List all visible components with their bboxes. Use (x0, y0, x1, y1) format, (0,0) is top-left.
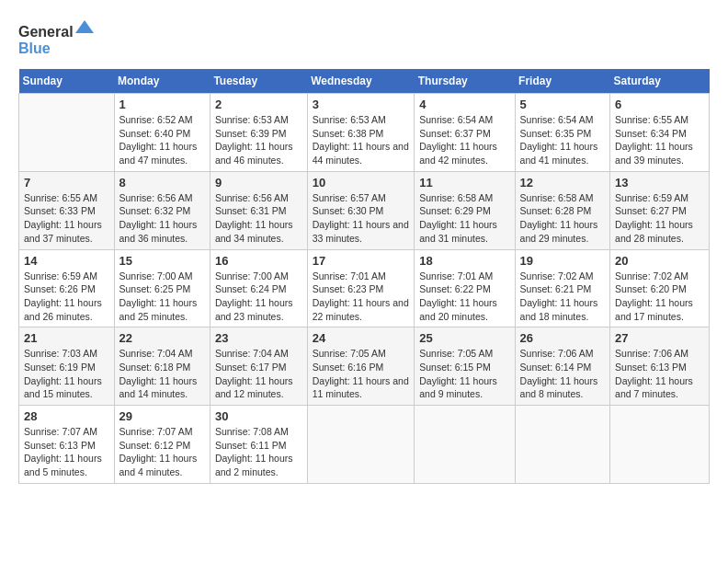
calendar-cell: 5Sunrise: 6:54 AMSunset: 6:35 PMDaylight… (515, 94, 610, 172)
calendar-cell: 7Sunrise: 6:55 AMSunset: 6:33 PMDaylight… (19, 171, 115, 249)
calendar-cell: 16Sunrise: 7:00 AMSunset: 6:24 PMDayligh… (210, 249, 307, 327)
calendar-cell: 4Sunrise: 6:54 AMSunset: 6:37 PMDaylight… (415, 94, 515, 172)
svg-marker-1 (75, 20, 94, 33)
calendar-cell (515, 406, 610, 484)
calendar-cell: 18Sunrise: 7:01 AMSunset: 6:22 PMDayligh… (415, 249, 515, 327)
calendar-cell (19, 94, 115, 172)
day-info: Sunrise: 7:04 AMSunset: 6:17 PMDaylight:… (215, 347, 302, 401)
calendar-cell: 15Sunrise: 7:00 AMSunset: 6:25 PMDayligh… (114, 249, 210, 327)
calendar-cell: 26Sunrise: 7:06 AMSunset: 6:14 PMDayligh… (515, 327, 610, 406)
col-header-sunday: Sunday (19, 69, 115, 94)
calendar-cell: 29Sunrise: 7:07 AMSunset: 6:12 PMDayligh… (114, 406, 210, 484)
calendar-cell: 30Sunrise: 7:08 AMSunset: 6:11 PMDayligh… (210, 406, 307, 484)
calendar-cell: 23Sunrise: 7:04 AMSunset: 6:17 PMDayligh… (210, 327, 307, 406)
day-info: Sunrise: 7:05 AMSunset: 6:15 PMDaylight:… (419, 347, 509, 401)
day-info: Sunrise: 7:07 AMSunset: 6:12 PMDaylight:… (119, 425, 205, 479)
logo-svg: General Blue (18, 18, 110, 60)
day-number: 17 (313, 254, 410, 268)
day-info: Sunrise: 6:57 AMSunset: 6:30 PMDaylight:… (313, 191, 410, 246)
day-info: Sunrise: 7:03 AMSunset: 6:19 PMDaylight:… (24, 347, 109, 401)
day-info: Sunrise: 7:05 AMSunset: 6:16 PMDaylight:… (313, 347, 410, 401)
day-number: 19 (520, 254, 606, 268)
col-header-wednesday: Wednesday (307, 69, 415, 94)
day-number: 15 (119, 254, 205, 268)
day-number: 4 (419, 98, 509, 111)
day-number: 28 (24, 409, 109, 423)
calendar-cell: 2Sunrise: 6:53 AMSunset: 6:39 PMDaylight… (210, 94, 307, 172)
day-number: 8 (119, 176, 205, 190)
day-info: Sunrise: 6:58 AMSunset: 6:29 PMDaylight:… (419, 191, 509, 246)
calendar-cell: 25Sunrise: 7:05 AMSunset: 6:15 PMDayligh… (415, 327, 515, 406)
day-number: 20 (615, 254, 704, 268)
calendar-cell: 8Sunrise: 6:56 AMSunset: 6:32 PMDaylight… (114, 171, 210, 249)
day-number: 13 (615, 176, 704, 190)
page-header: General Blue (18, 18, 710, 60)
calendar-cell: 10Sunrise: 6:57 AMSunset: 6:30 PMDayligh… (307, 171, 415, 249)
day-number: 7 (24, 176, 109, 190)
day-number: 6 (615, 98, 704, 111)
week-row-1: 1Sunrise: 6:52 AMSunset: 6:40 PMDaylight… (19, 94, 710, 172)
calendar-cell: 13Sunrise: 6:59 AMSunset: 6:27 PMDayligh… (610, 171, 710, 249)
svg-text:Blue: Blue (18, 40, 51, 56)
day-number: 3 (313, 98, 410, 111)
day-info: Sunrise: 7:04 AMSunset: 6:18 PMDaylight:… (119, 347, 205, 401)
day-info: Sunrise: 6:56 AMSunset: 6:32 PMDaylight:… (119, 191, 205, 246)
day-number: 16 (215, 254, 302, 268)
day-info: Sunrise: 7:06 AMSunset: 6:14 PMDaylight:… (520, 347, 606, 401)
day-info: Sunrise: 7:01 AMSunset: 6:22 PMDaylight:… (419, 270, 509, 324)
day-number: 12 (520, 176, 606, 190)
calendar-cell (415, 406, 515, 484)
calendar-cell: 22Sunrise: 7:04 AMSunset: 6:18 PMDayligh… (114, 327, 210, 406)
day-info: Sunrise: 7:02 AMSunset: 6:21 PMDaylight:… (520, 270, 606, 324)
day-number: 24 (313, 331, 410, 345)
day-number: 22 (119, 331, 205, 345)
day-info: Sunrise: 6:53 AMSunset: 6:38 PMDaylight:… (313, 113, 410, 167)
day-info: Sunrise: 6:58 AMSunset: 6:28 PMDaylight:… (520, 191, 606, 246)
week-row-5: 28Sunrise: 7:07 AMSunset: 6:13 PMDayligh… (19, 406, 710, 484)
col-header-monday: Monday (114, 69, 210, 94)
day-number: 26 (520, 331, 606, 345)
calendar-cell: 24Sunrise: 7:05 AMSunset: 6:16 PMDayligh… (307, 327, 415, 406)
day-number: 10 (313, 176, 410, 190)
day-number: 9 (215, 176, 302, 190)
day-info: Sunrise: 7:02 AMSunset: 6:20 PMDaylight:… (615, 270, 704, 324)
week-row-3: 14Sunrise: 6:59 AMSunset: 6:26 PMDayligh… (19, 249, 710, 327)
day-info: Sunrise: 6:56 AMSunset: 6:31 PMDaylight:… (215, 191, 302, 246)
calendar-cell (610, 406, 710, 484)
calendar-cell: 20Sunrise: 7:02 AMSunset: 6:20 PMDayligh… (610, 249, 710, 327)
day-info: Sunrise: 6:54 AMSunset: 6:35 PMDaylight:… (520, 113, 606, 167)
calendar-cell: 3Sunrise: 6:53 AMSunset: 6:38 PMDaylight… (307, 94, 415, 172)
day-number: 11 (419, 176, 509, 190)
day-info: Sunrise: 7:00 AMSunset: 6:24 PMDaylight:… (215, 270, 302, 324)
day-info: Sunrise: 6:52 AMSunset: 6:40 PMDaylight:… (119, 113, 205, 167)
header-row: SundayMondayTuesdayWednesdayThursdayFrid… (19, 69, 710, 94)
day-info: Sunrise: 6:59 AMSunset: 6:27 PMDaylight:… (615, 191, 704, 246)
calendar-cell: 6Sunrise: 6:55 AMSunset: 6:34 PMDaylight… (610, 94, 710, 172)
day-number: 25 (419, 331, 509, 345)
calendar-cell: 9Sunrise: 6:56 AMSunset: 6:31 PMDaylight… (210, 171, 307, 249)
day-number: 27 (615, 331, 704, 345)
col-header-saturday: Saturday (610, 69, 710, 94)
day-number: 23 (215, 331, 302, 345)
day-info: Sunrise: 7:01 AMSunset: 6:23 PMDaylight:… (313, 270, 410, 324)
calendar-cell: 1Sunrise: 6:52 AMSunset: 6:40 PMDaylight… (114, 94, 210, 172)
week-row-4: 21Sunrise: 7:03 AMSunset: 6:19 PMDayligh… (19, 327, 710, 406)
calendar-cell: 17Sunrise: 7:01 AMSunset: 6:23 PMDayligh… (307, 249, 415, 327)
logo: General Blue (18, 18, 110, 60)
day-info: Sunrise: 6:54 AMSunset: 6:37 PMDaylight:… (419, 113, 509, 167)
calendar-cell (307, 406, 415, 484)
calendar-cell: 11Sunrise: 6:58 AMSunset: 6:29 PMDayligh… (415, 171, 515, 249)
day-number: 18 (419, 254, 509, 268)
day-number: 14 (24, 254, 109, 268)
day-number: 1 (119, 98, 205, 111)
day-info: Sunrise: 7:08 AMSunset: 6:11 PMDaylight:… (215, 425, 302, 479)
calendar-cell: 19Sunrise: 7:02 AMSunset: 6:21 PMDayligh… (515, 249, 610, 327)
day-number: 2 (215, 98, 302, 111)
day-info: Sunrise: 6:59 AMSunset: 6:26 PMDaylight:… (24, 270, 109, 324)
col-header-friday: Friday (515, 69, 610, 94)
day-info: Sunrise: 7:06 AMSunset: 6:13 PMDaylight:… (615, 347, 704, 401)
day-number: 5 (520, 98, 606, 111)
day-info: Sunrise: 6:53 AMSunset: 6:39 PMDaylight:… (215, 113, 302, 167)
svg-text:General: General (18, 24, 74, 40)
calendar-cell: 28Sunrise: 7:07 AMSunset: 6:13 PMDayligh… (19, 406, 115, 484)
